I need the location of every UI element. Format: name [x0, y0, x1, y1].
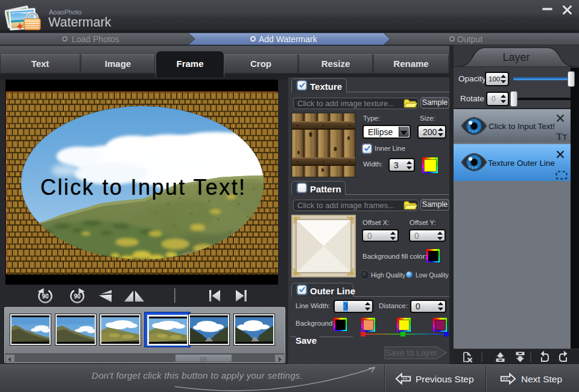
svg-text:90: 90: [74, 293, 81, 300]
svg-text:Layer: Layer: [502, 51, 530, 63]
svg-text:90: 90: [42, 293, 49, 300]
svg-text:Save to Layer: Save to Layer: [385, 348, 438, 358]
